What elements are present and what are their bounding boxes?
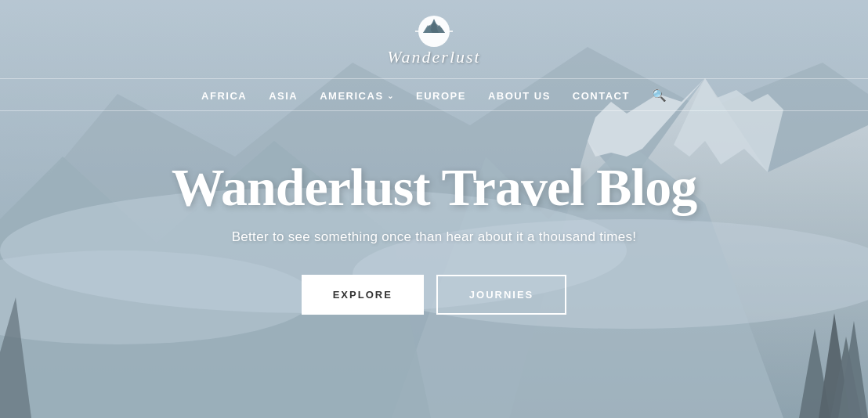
chevron-down-icon: ⌄ (387, 92, 395, 100)
search-icon[interactable]: 🔍 (652, 88, 667, 103)
hero-title: Wanderlust Travel Blog (172, 158, 697, 217)
logo-icon (412, 14, 456, 50)
logo-text: Wanderlust (387, 47, 480, 67)
logo[interactable]: Wanderlust (387, 14, 480, 67)
nav-about-us[interactable]: ABOUT US (488, 90, 551, 102)
explore-button[interactable]: EXPLORE (302, 275, 424, 315)
nav-europe[interactable]: EUROPE (416, 90, 466, 102)
nav-africa[interactable]: AFRICA (201, 90, 247, 102)
site-header: Wanderlust AFRICA ASIA AMERICAS ⌄ EUROPE… (0, 0, 868, 111)
hero-content: Wanderlust Travel Blog Better to see som… (172, 158, 697, 315)
journies-button[interactable]: JOURNIES (436, 275, 566, 315)
hero-subtitle: Better to see something once than hear a… (232, 229, 637, 245)
hero-section: Wanderlust AFRICA ASIA AMERICAS ⌄ EUROPE… (0, 0, 868, 418)
nav-contact[interactable]: CONTACT (573, 90, 630, 102)
main-nav: AFRICA ASIA AMERICAS ⌄ EUROPE ABOUT US C… (0, 78, 868, 111)
hero-buttons: EXPLORE JOURNIES (302, 275, 567, 315)
nav-americas[interactable]: AMERICAS ⌄ (320, 90, 394, 102)
nav-asia[interactable]: ASIA (269, 90, 298, 102)
